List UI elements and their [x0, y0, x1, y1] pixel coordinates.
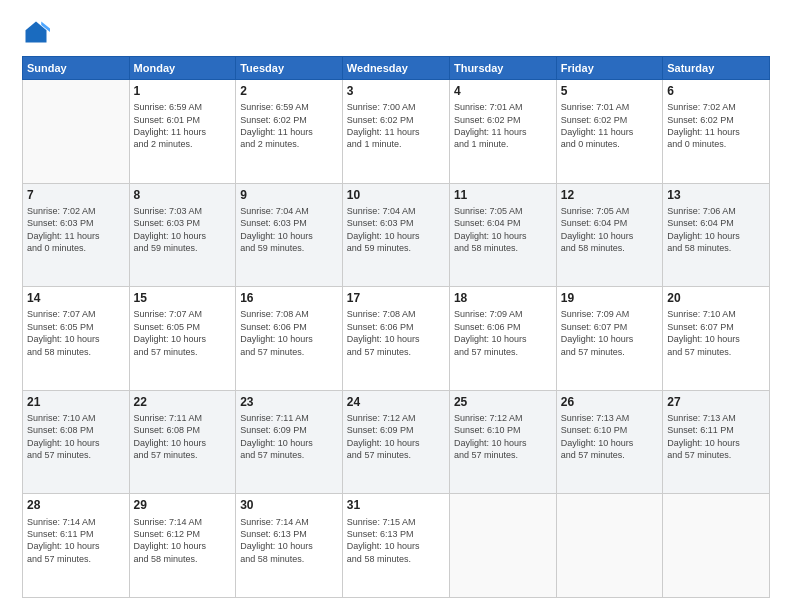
- logo: [22, 18, 54, 46]
- day-number: 13: [667, 187, 765, 203]
- calendar-cell: 10Sunrise: 7:04 AM Sunset: 6:03 PM Dayli…: [342, 183, 449, 287]
- day-info: Sunrise: 6:59 AM Sunset: 6:01 PM Dayligh…: [134, 101, 232, 151]
- day-number: 26: [561, 394, 658, 410]
- calendar-cell: 24Sunrise: 7:12 AM Sunset: 6:09 PM Dayli…: [342, 390, 449, 494]
- day-number: 7: [27, 187, 125, 203]
- calendar-cell: 18Sunrise: 7:09 AM Sunset: 6:06 PM Dayli…: [449, 287, 556, 391]
- day-number: 4: [454, 83, 552, 99]
- header-day-thursday: Thursday: [449, 57, 556, 80]
- calendar-cell: [23, 80, 130, 184]
- calendar-cell: 27Sunrise: 7:13 AM Sunset: 6:11 PM Dayli…: [663, 390, 770, 494]
- day-info: Sunrise: 7:10 AM Sunset: 6:07 PM Dayligh…: [667, 308, 765, 358]
- calendar-cell: 8Sunrise: 7:03 AM Sunset: 6:03 PM Daylig…: [129, 183, 236, 287]
- header-day-tuesday: Tuesday: [236, 57, 343, 80]
- day-number: 25: [454, 394, 552, 410]
- calendar-cell: 26Sunrise: 7:13 AM Sunset: 6:10 PM Dayli…: [556, 390, 662, 494]
- logo-icon: [22, 18, 50, 46]
- calendar-cell: [449, 494, 556, 598]
- day-info: Sunrise: 7:03 AM Sunset: 6:03 PM Dayligh…: [134, 205, 232, 255]
- calendar-cell: 20Sunrise: 7:10 AM Sunset: 6:07 PM Dayli…: [663, 287, 770, 391]
- calendar-week-1: 1Sunrise: 6:59 AM Sunset: 6:01 PM Daylig…: [23, 80, 770, 184]
- header-row: SundayMondayTuesdayWednesdayThursdayFrid…: [23, 57, 770, 80]
- day-number: 10: [347, 187, 445, 203]
- calendar: SundayMondayTuesdayWednesdayThursdayFrid…: [22, 56, 770, 598]
- calendar-cell: 29Sunrise: 7:14 AM Sunset: 6:12 PM Dayli…: [129, 494, 236, 598]
- calendar-cell: 21Sunrise: 7:10 AM Sunset: 6:08 PM Dayli…: [23, 390, 130, 494]
- day-info: Sunrise: 7:15 AM Sunset: 6:13 PM Dayligh…: [347, 516, 445, 566]
- calendar-cell: 15Sunrise: 7:07 AM Sunset: 6:05 PM Dayli…: [129, 287, 236, 391]
- calendar-cell: 23Sunrise: 7:11 AM Sunset: 6:09 PM Dayli…: [236, 390, 343, 494]
- day-info: Sunrise: 7:04 AM Sunset: 6:03 PM Dayligh…: [347, 205, 445, 255]
- day-number: 17: [347, 290, 445, 306]
- day-number: 15: [134, 290, 232, 306]
- day-info: Sunrise: 7:08 AM Sunset: 6:06 PM Dayligh…: [347, 308, 445, 358]
- calendar-cell: 28Sunrise: 7:14 AM Sunset: 6:11 PM Dayli…: [23, 494, 130, 598]
- day-info: Sunrise: 7:10 AM Sunset: 6:08 PM Dayligh…: [27, 412, 125, 462]
- header-day-sunday: Sunday: [23, 57, 130, 80]
- day-number: 8: [134, 187, 232, 203]
- day-number: 22: [134, 394, 232, 410]
- header: [22, 18, 770, 46]
- day-number: 18: [454, 290, 552, 306]
- calendar-body: 1Sunrise: 6:59 AM Sunset: 6:01 PM Daylig…: [23, 80, 770, 598]
- day-number: 16: [240, 290, 338, 306]
- calendar-header: SundayMondayTuesdayWednesdayThursdayFrid…: [23, 57, 770, 80]
- day-info: Sunrise: 7:02 AM Sunset: 6:03 PM Dayligh…: [27, 205, 125, 255]
- calendar-cell: 7Sunrise: 7:02 AM Sunset: 6:03 PM Daylig…: [23, 183, 130, 287]
- day-info: Sunrise: 6:59 AM Sunset: 6:02 PM Dayligh…: [240, 101, 338, 151]
- day-number: 9: [240, 187, 338, 203]
- day-info: Sunrise: 7:00 AM Sunset: 6:02 PM Dayligh…: [347, 101, 445, 151]
- calendar-week-2: 7Sunrise: 7:02 AM Sunset: 6:03 PM Daylig…: [23, 183, 770, 287]
- day-info: Sunrise: 7:13 AM Sunset: 6:10 PM Dayligh…: [561, 412, 658, 462]
- day-info: Sunrise: 7:13 AM Sunset: 6:11 PM Dayligh…: [667, 412, 765, 462]
- day-number: 3: [347, 83, 445, 99]
- header-day-monday: Monday: [129, 57, 236, 80]
- day-number: 31: [347, 497, 445, 513]
- day-info: Sunrise: 7:09 AM Sunset: 6:06 PM Dayligh…: [454, 308, 552, 358]
- day-number: 1: [134, 83, 232, 99]
- day-number: 11: [454, 187, 552, 203]
- calendar-cell: 30Sunrise: 7:14 AM Sunset: 6:13 PM Dayli…: [236, 494, 343, 598]
- day-info: Sunrise: 7:14 AM Sunset: 6:11 PM Dayligh…: [27, 516, 125, 566]
- header-day-friday: Friday: [556, 57, 662, 80]
- calendar-week-4: 21Sunrise: 7:10 AM Sunset: 6:08 PM Dayli…: [23, 390, 770, 494]
- day-number: 24: [347, 394, 445, 410]
- day-number: 12: [561, 187, 658, 203]
- day-number: 19: [561, 290, 658, 306]
- day-number: 23: [240, 394, 338, 410]
- calendar-cell: 31Sunrise: 7:15 AM Sunset: 6:13 PM Dayli…: [342, 494, 449, 598]
- calendar-cell: 12Sunrise: 7:05 AM Sunset: 6:04 PM Dayli…: [556, 183, 662, 287]
- day-info: Sunrise: 7:14 AM Sunset: 6:13 PM Dayligh…: [240, 516, 338, 566]
- day-info: Sunrise: 7:02 AM Sunset: 6:02 PM Dayligh…: [667, 101, 765, 151]
- day-info: Sunrise: 7:14 AM Sunset: 6:12 PM Dayligh…: [134, 516, 232, 566]
- day-info: Sunrise: 7:06 AM Sunset: 6:04 PM Dayligh…: [667, 205, 765, 255]
- calendar-cell: 3Sunrise: 7:00 AM Sunset: 6:02 PM Daylig…: [342, 80, 449, 184]
- day-info: Sunrise: 7:12 AM Sunset: 6:09 PM Dayligh…: [347, 412, 445, 462]
- calendar-cell: 2Sunrise: 6:59 AM Sunset: 6:02 PM Daylig…: [236, 80, 343, 184]
- calendar-cell: 17Sunrise: 7:08 AM Sunset: 6:06 PM Dayli…: [342, 287, 449, 391]
- day-info: Sunrise: 7:05 AM Sunset: 6:04 PM Dayligh…: [454, 205, 552, 255]
- calendar-cell: 25Sunrise: 7:12 AM Sunset: 6:10 PM Dayli…: [449, 390, 556, 494]
- calendar-cell: 6Sunrise: 7:02 AM Sunset: 6:02 PM Daylig…: [663, 80, 770, 184]
- day-number: 28: [27, 497, 125, 513]
- calendar-cell: 19Sunrise: 7:09 AM Sunset: 6:07 PM Dayli…: [556, 287, 662, 391]
- day-info: Sunrise: 7:01 AM Sunset: 6:02 PM Dayligh…: [454, 101, 552, 151]
- day-number: 30: [240, 497, 338, 513]
- day-info: Sunrise: 7:07 AM Sunset: 6:05 PM Dayligh…: [27, 308, 125, 358]
- calendar-week-3: 14Sunrise: 7:07 AM Sunset: 6:05 PM Dayli…: [23, 287, 770, 391]
- day-number: 29: [134, 497, 232, 513]
- calendar-cell: 11Sunrise: 7:05 AM Sunset: 6:04 PM Dayli…: [449, 183, 556, 287]
- page: SundayMondayTuesdayWednesdayThursdayFrid…: [0, 0, 792, 612]
- header-day-wednesday: Wednesday: [342, 57, 449, 80]
- day-info: Sunrise: 7:08 AM Sunset: 6:06 PM Dayligh…: [240, 308, 338, 358]
- day-info: Sunrise: 7:04 AM Sunset: 6:03 PM Dayligh…: [240, 205, 338, 255]
- calendar-cell: 1Sunrise: 6:59 AM Sunset: 6:01 PM Daylig…: [129, 80, 236, 184]
- day-info: Sunrise: 7:11 AM Sunset: 6:08 PM Dayligh…: [134, 412, 232, 462]
- calendar-week-5: 28Sunrise: 7:14 AM Sunset: 6:11 PM Dayli…: [23, 494, 770, 598]
- day-number: 21: [27, 394, 125, 410]
- day-info: Sunrise: 7:09 AM Sunset: 6:07 PM Dayligh…: [561, 308, 658, 358]
- calendar-cell: 14Sunrise: 7:07 AM Sunset: 6:05 PM Dayli…: [23, 287, 130, 391]
- calendar-cell: 9Sunrise: 7:04 AM Sunset: 6:03 PM Daylig…: [236, 183, 343, 287]
- header-day-saturday: Saturday: [663, 57, 770, 80]
- day-info: Sunrise: 7:01 AM Sunset: 6:02 PM Dayligh…: [561, 101, 658, 151]
